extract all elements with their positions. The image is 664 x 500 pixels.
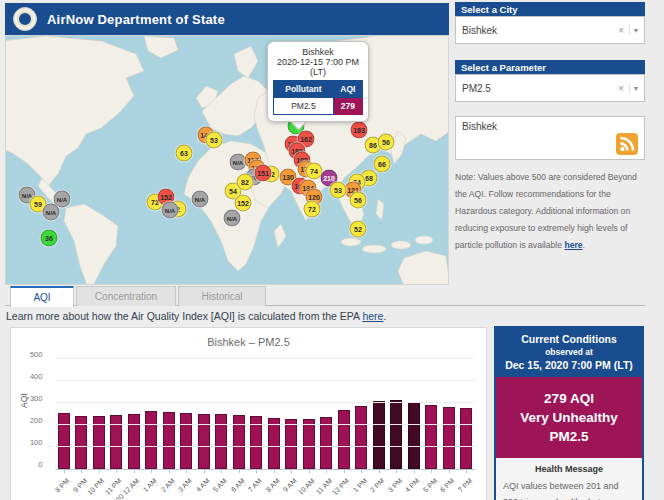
chart-bar [233,415,245,469]
x-axis-label: 6 PM [439,477,456,494]
x-axis-tick [379,469,380,473]
chart-bar [303,419,315,469]
parameter-select[interactable]: PM2.5 × ▾ [455,74,645,102]
x-axis-label: 7 AM [247,477,263,493]
aqi-marker[interactable]: 36 [41,230,58,247]
aqi-value: 279 AQI [498,389,640,408]
aqi-marker[interactable]: 53 [330,182,347,199]
chart-bar [373,401,385,469]
aqi-marker[interactable]: N/A [162,202,179,219]
aqi-marker[interactable]: 82 [237,174,254,191]
gridline [55,446,475,447]
aqi-marker[interactable]: 152 [235,195,252,212]
x-axis-tick [64,469,65,473]
popup-city: Bishkek [273,47,363,57]
popup-col-aqi: AQI [333,81,362,98]
chart-bar-slot: 5 AM [213,360,231,469]
chart-bar-slot: 9 AM [283,360,301,469]
learn-more-text: Learn more about how the Air Quality Ind… [6,310,386,322]
x-axis-tick [99,469,100,473]
chart-bar [215,414,227,469]
aqi-marker[interactable]: N/A [192,191,209,208]
aqi-marker[interactable]: 66 [374,156,391,173]
aqi-marker[interactable]: N/A [43,204,60,221]
aqi-marker[interactable]: 56 [378,134,395,151]
chart-bar-slot: 10 AM [300,360,318,469]
chart-bar [145,411,157,469]
aqi-marker[interactable]: 183 [351,122,368,139]
observed-date: Dec 15, 2020 7:00 PM (LT) [498,359,640,371]
city-select[interactable]: Bishkek × ▾ [455,16,645,44]
world-aqi-map[interactable]: N/A59N/AN/A36721522N/A6314553N/A54152N/A… [5,35,449,285]
tab-concentration[interactable]: Concentration [76,286,176,306]
x-axis-label: 4 PM [404,477,421,494]
chart-bar [425,405,437,469]
y-axis-tick: 100 [30,438,43,447]
chart-bar-slot: 12 PM [335,360,353,469]
x-axis-tick [134,469,135,473]
rss-icon[interactable] [616,133,638,155]
app-header: AirNow Department of State [5,3,449,35]
y-axis-tick: 400 [30,372,43,381]
x-axis-tick [81,469,82,473]
aqi-marker[interactable]: 52 [350,221,367,238]
popup-datetime: 2020-12-15 7:00 PM [273,57,363,67]
chart-bar [460,408,472,469]
x-axis-tick [431,469,432,473]
x-axis-tick [309,469,310,473]
chart-bar [355,406,367,469]
chart-bar-slot: 1 AM [143,360,161,469]
current-conditions-title: Current Conditions [498,333,640,345]
aqi-marker[interactable]: 53 [206,132,223,149]
x-axis-label: 10 PM [86,477,105,496]
learn-more-link[interactable]: here [362,310,383,322]
aqi-marker[interactable]: 56 [350,192,367,209]
aqi-chart-panel: Bishkek – PM2.5 AQI 8 PM9 PM10 PM11 PM20… [10,327,487,500]
x-axis-tick [151,469,152,473]
current-conditions-header: Current Conditions observed at Dec 15, 2… [496,328,642,377]
note-text: Note: Values above 500 are considered Be… [455,172,637,250]
gridline [55,424,475,425]
aqi-value-block: 279 AQI Very Unhealthy PM2.5 [496,377,642,458]
note-link[interactable]: here [564,240,582,250]
chart-bar-slot: 2 PM [370,360,388,469]
rss-feed-box: Bishkek [455,116,645,160]
health-message-title: Health Message [503,464,635,474]
aqi-marker[interactable]: N/A [224,210,241,227]
y-axis-tick: 200 [30,416,43,425]
chart-bar-slot: 6 AM [230,360,248,469]
x-axis-label: 5 AM [212,477,228,493]
aqi-marker[interactable]: 63 [176,145,193,162]
y-axis-tick: 0 [38,460,42,469]
page-title: AirNow Department of State [47,12,225,27]
popup-table: Pollutant AQI PM2.5 279 [273,80,363,115]
chevron-down-icon[interactable]: ▾ [629,84,638,93]
x-axis-tick [186,469,187,473]
tab-bar: AQIConcentrationHistorical [5,286,645,306]
select-parameter-header: Select a Parameter [455,60,645,74]
x-axis-tick [396,469,397,473]
city-select-value: Bishkek [462,25,613,36]
chart-bar [180,413,192,469]
tab-historical[interactable]: Historical [178,286,266,306]
aqi-note: Note: Values above 500 are considered Be… [455,169,645,254]
select-city-header: Select a City [455,2,645,16]
x-axis-label: 6 AM [229,477,245,493]
x-axis-label: 3 AM [177,477,193,493]
map-popup: Bishkek 2020-12-15 7:00 PM (LT) Pollutan… [267,41,369,122]
tab-aqi[interactable]: AQI [10,286,74,307]
x-axis-label: 4 AM [194,477,210,493]
popup-col-pollutant: Pollutant [274,81,334,98]
chevron-down-icon[interactable]: ▾ [629,26,638,35]
x-axis-label: 2 PM [369,477,386,494]
x-axis-tick [466,469,467,473]
chart-bar [198,414,210,469]
chart-bar [338,410,350,469]
x-axis-tick [449,469,450,473]
clear-city-icon[interactable]: × [613,25,629,36]
x-axis-tick [414,469,415,473]
aqi-marker[interactable]: 151 [255,165,272,182]
clear-parameter-icon[interactable]: × [613,83,629,94]
x-axis-tick [221,469,222,473]
aqi-marker[interactable]: 72 [304,201,321,218]
